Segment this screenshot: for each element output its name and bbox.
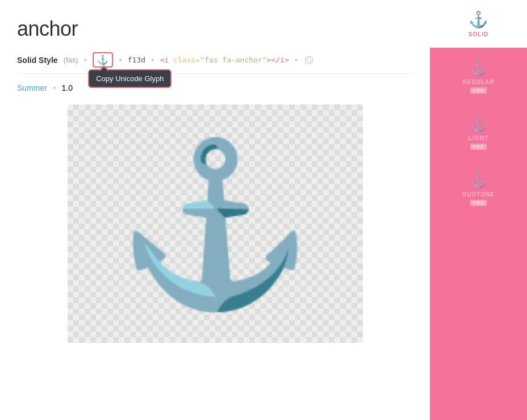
sidebar-item-solid[interactable]: ⚓ SOLID — [430, 0, 527, 48]
summer-link[interactable]: Summer — [17, 83, 47, 93]
anchor-icon-large: ⚓ — [116, 144, 314, 303]
svg-rect-0 — [306, 58, 311, 64]
version-text: 1.0 — [62, 83, 73, 93]
code-snippet[interactable]: <i class="fas fa-anchor"></i> — [160, 56, 289, 64]
light-badge: PRO — [470, 144, 487, 150]
regular-badge: PRO — [470, 87, 487, 94]
page-title: anchor — [17, 17, 413, 41]
code-val: "fas fa-anchor" — [200, 56, 266, 64]
style-label: Solid Style — [17, 56, 58, 65]
sidebar-item-regular[interactable]: ⚓ REGULAR PRO — [430, 48, 527, 104]
summer-row: Summer • 1.0 — [17, 83, 413, 93]
solid-anchor-icon: ⚓ — [469, 10, 488, 29]
copy-snippet-icon[interactable] — [303, 56, 315, 65]
duotone-label: DUOTONE — [462, 191, 495, 198]
code-tag-open: <i — [160, 56, 173, 64]
dot-separator-3: • — [151, 55, 154, 65]
anchor-icon-small: ⚓ — [97, 54, 108, 65]
copy-unicode-tooltip: Copy Unicode Glyph — [88, 69, 172, 88]
sidebar-item-light[interactable]: ⚓ LIGHT PRO — [430, 104, 527, 160]
dot-separator-5: • — [53, 83, 56, 93]
unicode-value: f13d — [128, 56, 145, 64]
regular-anchor-icon: ⚓ — [469, 58, 488, 77]
icon-preview-area: ⚓ — [68, 104, 363, 343]
dot-separator-2: • — [119, 55, 122, 65]
duotone-badge: PRO — [470, 200, 487, 206]
main-content: anchor Solid Style (fas) • ⚓ Copy Unicod… — [0, 0, 430, 420]
dot-separator-4: • — [295, 55, 298, 65]
solid-label: SOLID — [469, 31, 489, 37]
style-class: (fas) — [64, 56, 78, 64]
style-sidebar: ⚓ SOLID ⚓ REGULAR PRO ⚓ LIGHT PRO ⚓ DUOT… — [430, 0, 527, 420]
svg-rect-1 — [307, 56, 313, 62]
style-info-row: Solid Style (fas) • ⚓ Copy Unicode Glyph… — [17, 52, 413, 68]
divider — [17, 73, 413, 74]
tooltip-text: Copy Unicode Glyph — [96, 74, 164, 83]
unicode-glyph-highlight[interactable]: ⚓ Copy Unicode Glyph — [93, 52, 113, 68]
regular-label: REGULAR — [462, 79, 494, 85]
sidebar-item-duotone[interactable]: ⚓ DUOTONE PRO — [430, 160, 527, 216]
light-label: LIGHT — [469, 135, 488, 141]
duotone-anchor-icon: ⚓ — [469, 170, 488, 189]
code-attr: class= — [173, 56, 200, 64]
code-tag-close: ></i> — [267, 56, 289, 64]
dot-separator-1: • — [84, 55, 87, 65]
light-anchor-icon: ⚓ — [469, 114, 488, 133]
